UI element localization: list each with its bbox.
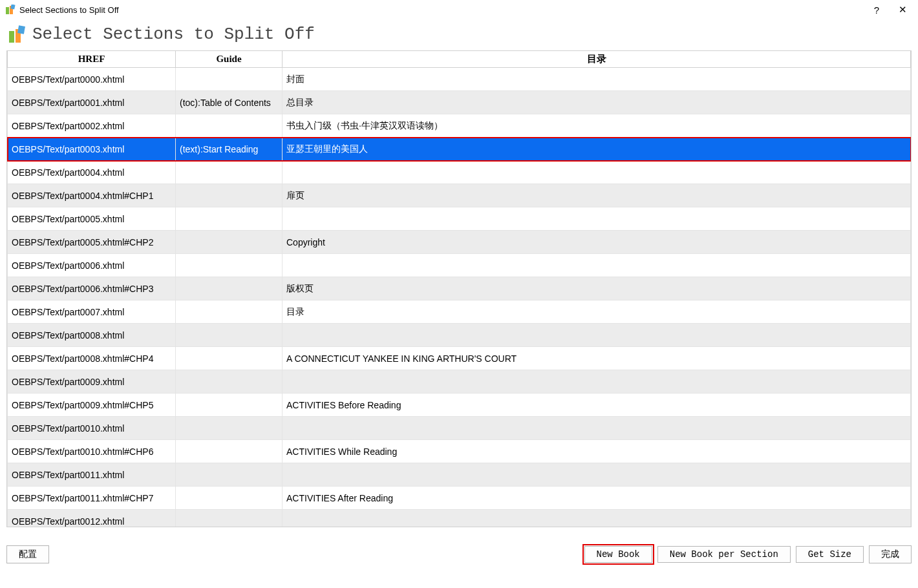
sections-table-container[interactable]: HREF Guide 目录 OEBPS/Text/part0000.xhtml封… [6, 50, 912, 527]
cell-guide [176, 417, 283, 440]
table-row[interactable]: OEBPS/Text/part0004.xhtml#CHP1扉页 [8, 184, 911, 207]
cell-toc [283, 510, 911, 528]
col-href[interactable]: HREF [8, 51, 176, 68]
cell-guide [176, 394, 283, 417]
cell-toc: 封面 [283, 68, 911, 91]
cell-href: OEBPS/Text/part0007.xhtml [8, 300, 176, 324]
table-row[interactable]: OEBPS/Text/part0002.xhtml书虫入门级（书虫·牛津英汉双语… [8, 114, 911, 138]
close-button[interactable]: ✕ [890, 1, 915, 19]
cell-toc: 扉页 [283, 184, 911, 207]
config-button[interactable]: 配置 [6, 545, 49, 563]
cell-toc: 版权页 [283, 277, 911, 300]
table-row[interactable]: OEBPS/Text/part0000.xhtml封面 [8, 68, 911, 91]
table-row[interactable]: OEBPS/Text/part0010.xhtml#CHP6ACTIVITIES… [8, 440, 911, 463]
col-toc[interactable]: 目录 [283, 51, 911, 68]
cell-guide [176, 463, 283, 487]
cell-href: OEBPS/Text/part0004.xhtml#CHP1 [8, 184, 176, 207]
col-guide[interactable]: Guide [176, 51, 283, 68]
cell-toc [283, 324, 911, 347]
cell-guide [176, 347, 283, 370]
cell-guide [176, 161, 283, 184]
cell-guide: (toc):Table of Contents [176, 91, 283, 114]
table-row[interactable]: OEBPS/Text/part0006.xhtml#CHP3版权页 [8, 277, 911, 300]
cell-guide [176, 487, 283, 510]
cell-guide [176, 207, 283, 231]
new-book-button[interactable]: New Book [584, 546, 652, 563]
cell-guide [176, 68, 283, 91]
cell-guide [176, 231, 283, 254]
table-row[interactable]: OEBPS/Text/part0005.xhtml [8, 207, 911, 231]
cell-guide [176, 114, 283, 138]
cell-guide [176, 300, 283, 324]
table-header-row: HREF Guide 目录 [8, 51, 911, 68]
dialog-title: Select Sections to Split Off [32, 25, 315, 44]
table-row[interactable]: OEBPS/Text/part0011.xhtml#CHP7ACTIVITIES… [8, 487, 911, 510]
cell-toc: ACTIVITIES Before Reading [283, 394, 911, 417]
cell-guide: (text):Start Reading [176, 138, 283, 161]
table-row[interactable]: OEBPS/Text/part0009.xhtml#CHP5ACTIVITIES… [8, 394, 911, 417]
cell-href: OEBPS/Text/part0005.xhtml#CHP2 [8, 231, 176, 254]
table-row[interactable]: OEBPS/Text/part0010.xhtml [8, 417, 911, 440]
cell-guide [176, 324, 283, 347]
svg-rect-2 [10, 5, 15, 10]
cell-toc [283, 417, 911, 440]
titlebar: Select Sections to Split Off ? ✕ [0, 0, 918, 19]
svg-rect-3 [9, 31, 14, 43]
table-row[interactable]: OEBPS/Text/part0008.xhtml#CHP4A CONNECTI… [8, 347, 911, 370]
app-icon [5, 5, 16, 15]
cell-guide [176, 440, 283, 463]
cell-href: OEBPS/Text/part0003.xhtml [8, 138, 176, 161]
sections-table: HREF Guide 目录 OEBPS/Text/part0000.xhtml封… [7, 51, 911, 527]
table-row[interactable]: OEBPS/Text/part0011.xhtml [8, 463, 911, 487]
table-row[interactable]: OEBPS/Text/part0005.xhtml#CHP2Copyright [8, 231, 911, 254]
header-icon [8, 25, 27, 44]
cell-href: OEBPS/Text/part0006.xhtml [8, 254, 176, 277]
cell-href: OEBPS/Text/part0008.xhtml [8, 324, 176, 347]
cell-toc [283, 161, 911, 184]
dialog-footer: 配置 New Book New Book per Section Get Siz… [0, 543, 918, 566]
table-row[interactable]: OEBPS/Text/part0003.xhtml(text):Start Re… [8, 138, 911, 161]
cell-href: OEBPS/Text/part0011.xhtml [8, 463, 176, 487]
table-row[interactable]: OEBPS/Text/part0004.xhtml [8, 161, 911, 184]
cell-href: OEBPS/Text/part0009.xhtml [8, 370, 176, 394]
new-book-per-section-button[interactable]: New Book per Section [657, 546, 791, 563]
dialog-header: Select Sections to Split Off [0, 19, 918, 50]
done-button[interactable]: 完成 [869, 545, 912, 563]
cell-toc [283, 254, 911, 277]
window-title: Select Sections to Split Off [19, 5, 119, 15]
table-row[interactable]: OEBPS/Text/part0009.xhtml [8, 370, 911, 394]
table-row[interactable]: OEBPS/Text/part0001.xhtml(toc):Table of … [8, 91, 911, 114]
cell-guide [176, 254, 283, 277]
cell-guide [176, 184, 283, 207]
cell-href: OEBPS/Text/part0008.xhtml#CHP4 [8, 347, 176, 370]
cell-href: OEBPS/Text/part0001.xhtml [8, 91, 176, 114]
cell-toc: 亚瑟王朝里的美国人 [283, 138, 911, 161]
table-row[interactable]: OEBPS/Text/part0006.xhtml [8, 254, 911, 277]
cell-href: OEBPS/Text/part0000.xhtml [8, 68, 176, 91]
cell-href: OEBPS/Text/part0012.xhtml [8, 510, 176, 528]
cell-href: OEBPS/Text/part0005.xhtml [8, 207, 176, 231]
cell-href: OEBPS/Text/part0010.xhtml [8, 417, 176, 440]
cell-toc: ACTIVITIES After Reading [283, 487, 911, 510]
table-row[interactable]: OEBPS/Text/part0012.xhtml [8, 510, 911, 528]
cell-toc: A CONNECTICUT YANKEE IN KING ARTHUR'S CO… [283, 347, 911, 370]
table-row[interactable]: OEBPS/Text/part0007.xhtml目录 [8, 300, 911, 324]
cell-toc: 书虫入门级（书虫·牛津英汉双语读物） [283, 114, 911, 138]
svg-rect-0 [6, 7, 9, 14]
cell-href: OEBPS/Text/part0010.xhtml#CHP6 [8, 440, 176, 463]
help-button[interactable]: ? [864, 1, 890, 19]
table-row[interactable]: OEBPS/Text/part0008.xhtml [8, 324, 911, 347]
cell-guide [176, 370, 283, 394]
cell-href: OEBPS/Text/part0011.xhtml#CHP7 [8, 487, 176, 510]
cell-guide [176, 277, 283, 300]
cell-toc: ACTIVITIES While Reading [283, 440, 911, 463]
cell-toc [283, 463, 911, 487]
cell-guide [176, 510, 283, 528]
cell-href: OEBPS/Text/part0006.xhtml#CHP3 [8, 277, 176, 300]
cell-href: OEBPS/Text/part0004.xhtml [8, 161, 176, 184]
cell-href: OEBPS/Text/part0002.xhtml [8, 114, 176, 138]
cell-toc: 目录 [283, 300, 911, 324]
cell-toc [283, 207, 911, 231]
get-size-button[interactable]: Get Size [796, 546, 864, 563]
cell-toc: 总目录 [283, 91, 911, 114]
